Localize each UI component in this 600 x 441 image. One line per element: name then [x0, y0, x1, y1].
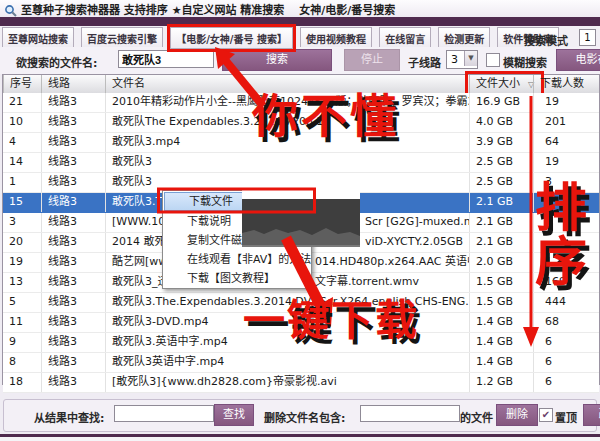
row-size: 1.4 GB — [469, 353, 534, 372]
search-row: 欲搜索的文件名: 搜索 停止 子线路 3 ▼ 模糊搜索 电影在 — [0, 47, 600, 74]
row-downloads: 201 — [533, 113, 600, 132]
censored-patch — [242, 186, 360, 247]
row-file-name-head: 敢死队3英语中字.mp4 — [112, 355, 224, 368]
row-size: 2.1 GB — [469, 193, 534, 212]
row-index: 8 — [3, 353, 41, 372]
header-file-name[interactable]: 文件名 — [105, 75, 476, 93]
row-size: 1.4 GB — [469, 313, 534, 332]
table-row[interactable]: 10 线路3 敢死队The Expendables.3.2014.720p.1 … — [3, 113, 599, 133]
pin-top-label: 置顶 — [555, 409, 577, 425]
threads-select[interactable]: 3 ▼ — [446, 50, 478, 69]
threads-label: 子线路 — [408, 54, 441, 70]
row-size: 1.2 GB — [469, 373, 534, 392]
row-line: 线路3 — [41, 133, 106, 152]
checkbox-check-icon: ✔ — [542, 409, 550, 420]
row-downloads: 6 — [533, 353, 600, 372]
search-mode-value[interactable]: 1 — [579, 29, 596, 46]
table-row[interactable]: 21 线路3 2010年精彩动作片小全--黑鹰坠落1024x576版；敢死队；罗… — [3, 93, 599, 113]
delete-button[interactable]: 删除 — [496, 404, 538, 426]
censored-patch-dark — [242, 199, 360, 247]
row-file-name-head: 敢死队3 — [112, 175, 152, 188]
row-size: 3.9 GB — [469, 133, 534, 152]
row-index: 10 — [3, 113, 41, 132]
table-row[interactable]: 11 线路3 敢死队3-DVD.mp4 1.4 GB 68 — [3, 313, 599, 333]
find-button[interactable]: 查找 — [214, 404, 254, 426]
row-downloads: 64 — [533, 133, 600, 152]
header-line[interactable]: 线路 — [41, 75, 112, 93]
row-file-name: 2010年精彩动作片小全--黑鹰坠落1024x576版；敢死队；罗宾汉；拳霸3.… — [105, 93, 470, 112]
movie-online-button[interactable]: 电影在 — [556, 49, 600, 71]
file-name-tail: viD-XYCTY.2.05GB — [365, 233, 463, 252]
header-downloads[interactable]: 下载人数 — [533, 75, 600, 93]
tab-baiduyun-search[interactable]: 百度云搜索引擎 — [81, 27, 163, 49]
title-bar: 至尊种子搜索神器器 支持排序 ★自定义网站 精准搜索 女神/电影/番号搜索 — [0, 0, 600, 17]
row-size: 4.0 GB — [469, 113, 534, 132]
fuzzy-search-checkbox[interactable] — [486, 53, 500, 67]
row-index: 14 — [3, 153, 41, 172]
header-file-size-label: 文件大小 — [476, 77, 520, 90]
row-file-name-head: 敢死队3-DVD.mp4 — [112, 315, 208, 328]
more-button[interactable]: 改 — [583, 404, 600, 426]
table-row[interactable]: 4 线路3 敢死队3.mp4 3.9 GB 64 — [3, 133, 599, 153]
fuzzy-search-label: 模糊搜索 — [503, 54, 547, 70]
row-downloads: 19 — [533, 93, 600, 112]
row-file-name-head: 敢死队3.mp4 — [112, 135, 180, 148]
tab-online-message[interactable]: 在线留言 — [379, 27, 431, 49]
row-line: 线路3 — [41, 333, 106, 352]
stop-button[interactable]: 停止 — [344, 49, 400, 71]
row-downloads — [533, 193, 600, 212]
row-downloads: 169 — [533, 273, 600, 292]
row-downloads: 6 — [533, 333, 600, 352]
file-name-tail: 文字幕.torrent.wmv — [315, 273, 419, 292]
bottom-panel: 从结果中查找: 查找 删除文件名包含: 的文件 删除 ✔ 置顶 改 — [3, 399, 597, 432]
row-file-name-head: 敢死队3.The.Expendables.3.2014.DVDScr.X264.… — [112, 295, 470, 308]
threads-value: 3 — [451, 53, 458, 66]
row-downloads — [533, 213, 600, 232]
row-size: 2.5 GB — [469, 153, 534, 172]
table-row[interactable]: 18 线路3 [敢死队3]{www.dh2828.com}帝豪影视.avi 1.… — [3, 373, 599, 393]
row-size: 2.1 GB — [469, 233, 534, 252]
search-input-label: 欲搜索的文件名: — [16, 54, 97, 70]
tab-video-tutorial[interactable]: 使用视频教程 — [300, 27, 372, 49]
row-downloads: 1 — [533, 253, 600, 272]
menu-item-download-tutorial[interactable]: 下载【图文教程】 — [163, 269, 311, 288]
tab-site-search[interactable]: 至尊网站搜索 — [2, 27, 74, 49]
row-line: 线路3 — [41, 113, 106, 132]
row-index: 11 — [3, 313, 41, 332]
tab-bar: 至尊网站搜索 百度云搜索引擎 【电影/女神/番号 搜索】 使用视频教程 在线留言… — [0, 26, 600, 48]
search-input[interactable] — [118, 50, 214, 68]
row-size: 2.1 GB — [469, 213, 534, 232]
table-row[interactable]: 8 线路3 敢死队3英语中字.mp4 1.4 GB 6 — [3, 353, 599, 373]
tab-movie-goddess-search[interactable]: 【电影/女神/番号 搜索】 — [170, 27, 293, 49]
search-button[interactable]: 搜索 — [222, 49, 332, 71]
row-index: 18 — [3, 373, 41, 392]
row-index: 1 — [3, 173, 41, 192]
row-size: 1.5 GB — [469, 273, 534, 292]
row-file-name-head: 敢死队The Expendables.3.2014.720p.1 — [112, 115, 323, 128]
pin-top-checkbox[interactable]: ✔ — [539, 408, 553, 422]
table-row[interactable]: 14 线路3 敢死队3 2.5 GB 19 — [3, 153, 599, 173]
row-file-name: [敢死队3]{www.dh2828.com}帝豪影视.avi — [105, 373, 470, 392]
row-downloads: 444 — [533, 293, 600, 312]
row-line: 线路3 — [41, 353, 106, 372]
find-in-results-input[interactable] — [114, 405, 214, 422]
app-window: 至尊种子搜索神器器 支持排序 ★自定义网站 精准搜索 女神/电影/番号搜索 至尊… — [0, 0, 600, 441]
delete-filter-label: 删除文件名包含: — [264, 409, 345, 425]
row-line: 线路3 — [41, 273, 106, 292]
row-line: 线路3 — [41, 293, 106, 312]
table-row[interactable]: 5 线路3 敢死队3.The.Expendables.3.2014.DVDScr… — [3, 293, 599, 313]
row-downloads: 3 — [533, 173, 600, 192]
delete-filter-input[interactable] — [360, 405, 460, 422]
menu-item-watch-online[interactable]: 在线观看【非AV】的方法 — [163, 250, 311, 269]
chevron-down-icon[interactable]: ▼ — [464, 51, 477, 66]
table-row[interactable]: 9 线路3 敢死队3.英语中字.mp4 1.4 GB 6 — [3, 333, 599, 353]
tab-check-update[interactable]: 检测更新 — [438, 27, 490, 49]
row-size: 2.0 GB — [469, 253, 534, 272]
delete-filter-suffix: 的文件 — [460, 409, 493, 425]
header-file-size[interactable]: 文件大小▽ — [469, 75, 540, 93]
row-index: 9 — [3, 333, 41, 352]
row-index: 21 — [3, 93, 41, 112]
row-size: 16.9 GB — [469, 93, 534, 112]
row-file-name: 敢死队3.英语中字.mp4 — [105, 333, 470, 352]
row-line: 线路3 — [41, 193, 106, 212]
